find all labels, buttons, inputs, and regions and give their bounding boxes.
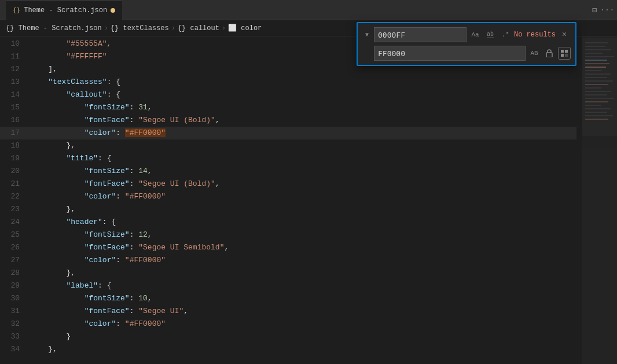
line-number: 29 [0,280,28,292]
code-line: 15 "fontSize": 31, [0,101,576,114]
line-number: 23 [0,203,28,216]
line-content: }, [28,203,576,216]
line-number: 20 [0,165,28,178]
line-content: } [28,330,576,343]
replace-all-button[interactable] [558,47,571,60]
title-bar: {} Theme - Scratch.json ⊟ ··· [0,0,617,20]
line-number: 15 [0,101,28,114]
line-number: 18 [0,139,28,152]
line-content: "color": "#FF0000" [28,190,576,203]
line-number: 22 [0,190,28,203]
line-number: 10 [0,38,28,50]
tab-label: Theme - Scratch.json [24,6,107,14]
line-content: "textClasses": { [28,76,576,89]
line-number: 17 [0,127,28,139]
line-content: "title": { [28,152,576,165]
code-line: 19 "title": { [0,152,576,165]
line-number: 27 [0,254,28,267]
line-number: 31 [0,305,28,318]
title-bar-actions: ⊟ ··· [590,6,611,14]
replace-all-icon [560,49,568,57]
line-content: "fontSize": 10, [28,292,576,305]
line-content: "label": { [28,280,576,292]
line-content: "fontSize": 14, [28,165,576,178]
code-line: 32 "color": "#FF0000" [0,318,576,330]
use-regex-button[interactable]: .* [499,28,512,41]
minimap [582,36,617,364]
match-case-button[interactable]: Aa [469,28,482,41]
line-content: "fontFace": "Segoe UI Semibold", [28,241,576,254]
line-content: "fontFace": "Segoe UI", [28,305,576,318]
line-number: 25 [0,229,28,241]
breadcrumb-file[interactable]: {} Theme - Scratch.json [6,24,102,32]
svg-rect-4 [565,54,568,57]
search-input[interactable] [378,31,462,39]
code-line: 31 "fontFace": "Segoe UI", [0,305,576,318]
code-line: 22 "color": "#FF0000" [0,190,576,203]
line-number: 33 [0,330,28,343]
svg-rect-1 [561,50,564,53]
line-number: 34 [0,343,28,356]
code-line: 25 "fontSize": 12, [0,229,576,241]
scrollbar[interactable] [576,36,582,364]
search-replace-widget: ▼ Aa ab .* No results × AB [357,22,576,66]
code-line: 18 }, [0,139,576,152]
code-line: 28 }, [0,267,576,280]
split-editor-button[interactable]: ⊟ [590,6,598,14]
line-content: "color": "#FF0000" [28,318,576,330]
code-line: 16 "fontFace": "Segoe UI (Bold)", [0,114,576,127]
line-content: "fontFace": "Segoe UI (Bold)", [28,178,576,190]
code-editor[interactable]: 10 "#55555A",11 "#FFFFFF"12 ],13 "textCl… [0,36,576,364]
svg-rect-3 [561,54,564,57]
line-content: "fontFace": "Segoe UI (Bold)", [28,114,576,127]
replace-input[interactable] [378,49,521,58]
breadcrumb-color[interactable]: ⬜ color [228,24,262,32]
replace-row: AB [362,45,571,61]
breadcrumb-sep-2: › [171,24,175,32]
tab-active[interactable]: {} Theme - Scratch.json [6,0,122,20]
line-number: 19 [0,152,28,165]
line-content: "color": "#FF0000" [28,254,576,267]
breadcrumb-sep-1: › [104,24,108,32]
line-content: "header": { [28,216,576,229]
line-number: 32 [0,318,28,330]
line-number: 11 [0,50,28,63]
breadcrumb-callout[interactable]: {} callout [178,24,219,32]
code-line: 23 }, [0,203,576,216]
code-line: 20 "fontSize": 14, [0,165,576,178]
editor-area: 10 "#55555A",11 "#FFFFFF"12 ],13 "textCl… [0,36,617,364]
breadcrumb-textClasses[interactable]: {} textClasses [111,24,169,32]
preserve-case-button[interactable]: AB [528,47,541,60]
code-line: 21 "fontFace": "Segoe UI (Bold)", [0,178,576,190]
more-actions-button[interactable]: ··· [603,6,611,14]
line-number: 28 [0,267,28,280]
json-icon: {} [13,7,20,14]
code-line: 14 "callout": { [0,89,576,101]
code-line: 24 "header": { [0,216,576,229]
code-lines: 10 "#55555A",11 "#FFFFFF"12 ],13 "textCl… [0,38,576,356]
code-line: 29 "label": { [0,280,576,292]
line-content: }, [28,267,576,280]
svg-rect-0 [546,53,552,57]
line-number: 14 [0,89,28,101]
expand-widget-button[interactable]: ▼ [362,30,372,39]
close-widget-button[interactable]: × [558,28,571,41]
match-word-button[interactable]: ab [484,28,497,41]
search-input-container [374,27,467,42]
code-line: 33 } [0,330,576,343]
line-content: "fontSize": 31, [28,101,576,114]
code-line: 13 "textClasses": { [0,76,576,89]
code-line: 34 }, [0,343,576,356]
replace-lock-button[interactable] [543,47,556,60]
search-row: ▼ Aa ab .* No results × [362,27,571,43]
minimap-visualization [582,36,617,364]
line-content: "fontSize": 12, [28,229,576,241]
line-content: "color": "#FF0000" [28,127,576,139]
code-line: 30 "fontSize": 10, [0,292,576,305]
line-number: 26 [0,241,28,254]
line-content: "callout": { [28,89,576,101]
svg-rect-28 [582,38,617,136]
code-line: 27 "color": "#FF0000" [0,254,576,267]
line-content: }, [28,139,576,152]
svg-rect-2 [565,50,568,53]
